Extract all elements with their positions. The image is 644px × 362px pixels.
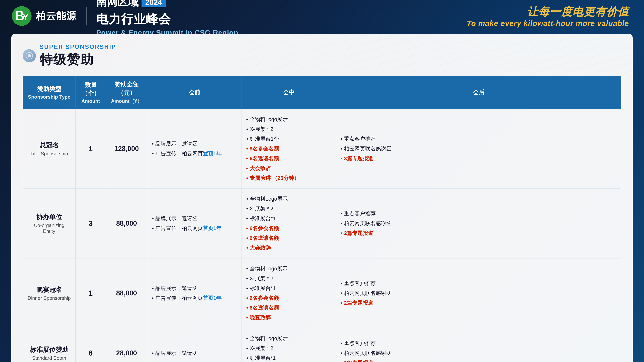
company-name: 柏云能源: [36, 9, 76, 23]
title-top: 南网区域 2024: [96, 0, 238, 9]
table-header-row: 赞助类型 Sponsorship Type 数量（个） Amount 赞助金额（…: [23, 76, 621, 109]
section-header: SUPER SPONSORSHIP 特级赞助: [23, 43, 621, 68]
year-badge: 2024: [142, 0, 166, 7]
cell-after-0: 重点客户推荐柏云网页联名感谢函3篇专题报道: [336, 109, 621, 189]
col-header-amount-num: 数量（个） Amount: [76, 76, 106, 109]
svg-text:Y: Y: [22, 11, 29, 22]
header-left: B Y 柏云能源 南网区域 2024 电力行业峰会 Power & Energy…: [11, 0, 238, 37]
cell-amount-val-2: 88,000: [106, 258, 147, 328]
cell-type-0: 总冠名Title Sponsorship: [23, 109, 76, 189]
header-right: 让每一度电更有价值 To make every kilowatt-hour mo…: [467, 4, 629, 28]
cell-amount-val-1: 88,000: [106, 189, 147, 258]
col-header-type: 赞助类型 Sponsorship Type: [23, 76, 76, 109]
cell-type-1: 协办单位Co-organizing Entity: [23, 189, 76, 258]
cell-before-3: 品牌展示：邀请函: [147, 328, 242, 362]
slogan-en: To make every kilowatt-hour more valuabl…: [467, 19, 629, 28]
section-title-en: SUPER SPONSORSHIP: [40, 43, 116, 50]
cell-during-2: 全物料Logo展示X-展架 * 2标准展台*16名参会名额6名邀请名额晚宴致辞: [242, 258, 336, 328]
col-header-amount-val: 赞助金额（元） Amount（¥）: [106, 76, 147, 109]
cell-before-0: 品牌展示：邀请函广告宣传：柏云网页置顶1年: [147, 109, 242, 189]
sponsorship-table: 赞助类型 Sponsorship Type 数量（个） Amount 赞助金额（…: [23, 76, 621, 362]
cell-during-1: 全物料Logo展示X-展架 * 2标准展台*16名参会名额6名邀请名额大会致辞: [242, 189, 336, 258]
logo-text: 柏云能源: [36, 9, 76, 23]
col-header-before: 会前: [147, 76, 242, 109]
col-header-after: 会后: [336, 76, 621, 109]
cell-before-1: 品牌展示：邀请函广告宣传：柏云网页首页1年: [147, 189, 242, 258]
col-header-during: 会中: [242, 76, 336, 109]
header: B Y 柏云能源 南网区域 2024 电力行业峰会 Power & Energy…: [0, 0, 644, 30]
cell-amount-num-1: 3: [76, 189, 106, 258]
header-divider: [86, 6, 87, 25]
cell-after-1: 重点客户推荐柏云网页联名感谢函2篇专题报道: [336, 189, 621, 258]
section-icon: [23, 49, 36, 62]
table-row: 协办单位Co-organizing Entity388,000品牌展示：邀请函广…: [23, 189, 621, 258]
cell-during-3: 全物料Logo展示X-展架 * 2标准展台*14名参会名额: [242, 328, 336, 362]
cell-amount-num-0: 1: [76, 109, 106, 189]
cell-amount-val-0: 128,000: [106, 109, 147, 189]
section-title-cn: 特级赞助: [40, 51, 116, 68]
region-label: 南网区域: [96, 0, 138, 9]
cell-amount-val-3: 28,000: [106, 328, 147, 362]
cell-amount-num-3: 6: [76, 328, 106, 362]
cell-after-3: 重点客户推荐柏云网页联名感谢函1篇专题报道: [336, 328, 621, 362]
main-title-cn: 电力行业峰会: [96, 11, 238, 27]
logo-container: B Y 柏云能源: [11, 6, 76, 26]
table-row: 标准展位赞助Standard Booth628,000品牌展示：邀请函全物料Lo…: [23, 328, 621, 362]
table-row: 总冠名Title Sponsorship1128,000品牌展示：邀请函广告宣传…: [23, 109, 621, 189]
cell-after-2: 重点客户推荐柏云网页联名感谢函2篇专题报道: [336, 258, 621, 328]
slogan-cn: 让每一度电更有价值: [467, 4, 629, 19]
title-block: 南网区域 2024 电力行业峰会 Power & Energy Summit i…: [96, 0, 238, 37]
logo-icon: B Y: [11, 6, 32, 26]
table-row: 晚宴冠名Dinner Sponsorship188,000品牌展示：邀请函广告宣…: [23, 258, 621, 328]
cell-before-2: 品牌展示：邀请函广告宣传：柏云网页首页1年: [147, 258, 242, 328]
cell-type-2: 晚宴冠名Dinner Sponsorship: [23, 258, 76, 328]
cell-during-0: 全物料Logo展示X-展架 * 2标准展台1个8名参会名额6名邀请名额大会致辞专…: [242, 109, 336, 189]
cell-type-3: 标准展位赞助Standard Booth: [23, 328, 76, 362]
svg-point-4: [28, 54, 31, 57]
main-content: SUPER SPONSORSHIP 特级赞助 赞助类型 Sponsorship …: [11, 34, 633, 362]
section-titles: SUPER SPONSORSHIP 特级赞助: [40, 43, 116, 68]
cell-amount-num-2: 1: [76, 258, 106, 328]
